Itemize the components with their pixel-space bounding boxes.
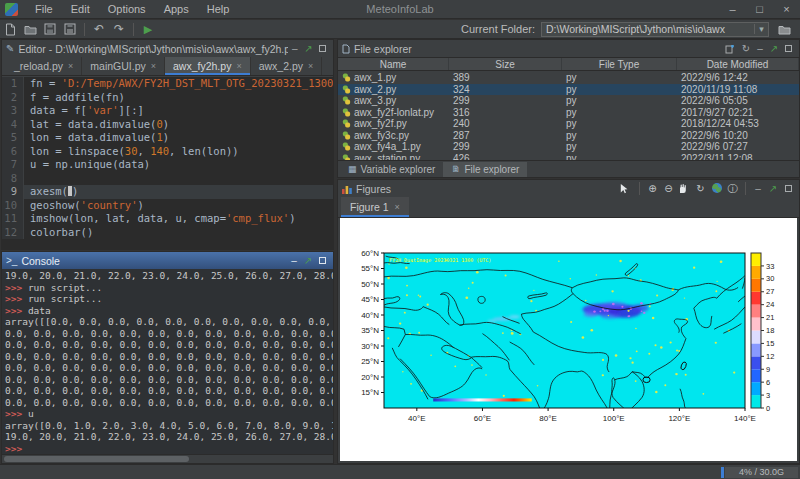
- new-file-button[interactable]: [0, 21, 20, 38]
- figure-canvas[interactable]: FY2H DustImage 20230321 1300 (UTC) 40°E6…: [340, 218, 797, 461]
- close-tab-icon[interactable]: ×: [236, 61, 241, 71]
- save-button[interactable]: [40, 21, 60, 38]
- open-file-button[interactable]: [20, 21, 40, 38]
- console-float-icon[interactable]: ↗: [301, 252, 315, 269]
- file-explorer-minimize-icon[interactable]: –: [753, 40, 767, 57]
- column-header-date-modified[interactable]: Date Modified: [677, 58, 799, 70]
- svg-text:21: 21: [766, 313, 774, 322]
- menu-item-file[interactable]: File: [26, 0, 62, 19]
- menu-item-help[interactable]: Help: [198, 0, 239, 19]
- column-header-file-type[interactable]: File Type: [562, 58, 677, 70]
- maximize-window-icon[interactable]: □: [746, 0, 773, 19]
- console-title-bar: >_ Console – ↗: [2, 252, 333, 269]
- memory-usage-text: 4% / 30.0G: [725, 467, 798, 478]
- editor-minimize-icon[interactable]: –: [288, 40, 302, 57]
- svg-text:55°N: 55°N: [361, 264, 379, 273]
- menu-item-apps[interactable]: Apps: [155, 0, 198, 19]
- run-script-button[interactable]: ▶: [138, 21, 158, 38]
- memory-usage-bar: [721, 467, 724, 478]
- code-line[interactable]: 3data = f['var'][:]: [2, 104, 333, 118]
- file-row-awx_fy3c.py[interactable]: awx_fy3c.py287py2022/9/6 10:20: [338, 130, 799, 142]
- code-line[interactable]: 9axesm(): [2, 185, 333, 199]
- editor-float-icon[interactable]: ↗: [302, 40, 316, 57]
- editor-tab-awx_2-py[interactable]: awx_2.py×: [251, 57, 323, 75]
- close-figure-icon[interactable]: ×: [395, 202, 400, 212]
- file-row-awx_2.py[interactable]: awx_2.py324py2020/11/19 11:08: [338, 84, 799, 96]
- close-tab-icon[interactable]: ×: [151, 61, 156, 71]
- code-line[interactable]: 1fn = 'D:/Temp/AWX/FY2H_DST_MLT_OTG_2023…: [2, 77, 333, 91]
- console-line: >>> data: [5, 305, 330, 317]
- console-line: 19.0, 20.0, 21.0, 22.0, 23.0, 24.0, 25.0…: [5, 431, 330, 443]
- colorbar: 03691215182124273033: [751, 253, 774, 413]
- editor-tab-_reload-py[interactable]: _reload.py×: [6, 57, 82, 75]
- rotate-button[interactable]: ↻: [693, 181, 708, 197]
- close-tab-icon[interactable]: ×: [308, 61, 313, 71]
- file-row-awx_fy4a_1.py[interactable]: awx_fy4a_1.py299py2022/9/6 07:27: [338, 141, 799, 153]
- menu-item-edit[interactable]: Edit: [62, 0, 99, 19]
- figures-float-icon[interactable]: ↗: [766, 180, 780, 197]
- editor-maximize-icon[interactable]: [319, 45, 326, 52]
- code-line[interactable]: 12colorbar(): [2, 226, 333, 240]
- code-line[interactable]: 8: [2, 172, 333, 186]
- identify-button[interactable]: ⓘ: [725, 181, 740, 197]
- close-tab-icon[interactable]: ×: [68, 61, 73, 71]
- file-row-awx_station.py[interactable]: awx_station.py426py2022/3/11 12:08: [338, 153, 799, 161]
- browse-folder-button[interactable]: [774, 21, 794, 38]
- refresh-button[interactable]: ↻: [739, 40, 753, 57]
- code-line[interactable]: 6lon = linspace(30, 140, len(lon)): [2, 145, 333, 159]
- file-row-awx_fy2f-lonlat.py[interactable]: awx_fy2f-lonlat.py316py2017/9/27 02:21: [338, 107, 799, 119]
- select-cursor-button[interactable]: [619, 183, 634, 194]
- main-toolbar: ↶ ↷ ▶ Current Folder: D:\Working\MIScrip…: [0, 20, 800, 39]
- pan-button[interactable]: [677, 183, 692, 194]
- scrollbar-thumb[interactable]: [4, 456, 189, 462]
- zoom-out-button[interactable]: ⊖: [661, 181, 676, 197]
- file-row-awx_1.py[interactable]: awx_1.py389py2022/9/6 12:42: [338, 72, 799, 84]
- column-header-name[interactable]: Name: [338, 58, 449, 70]
- console-output[interactable]: 19.0, 20.0, 21.0, 22.0, 23.0, 24.0, 25.0…: [2, 269, 333, 454]
- undo-button[interactable]: ↶: [89, 21, 109, 38]
- figures-maximize-icon[interactable]: [785, 185, 792, 192]
- globe-projection-button[interactable]: [709, 180, 724, 198]
- svg-text:60°N: 60°N: [361, 249, 379, 258]
- svg-text:15°N: 15°N: [361, 388, 379, 397]
- current-folder-combobox[interactable]: D:\Working\MIScript\Jython\mis\io\awx ▾: [541, 22, 769, 37]
- file-row-awx_3.py[interactable]: awx_3.py299py2022/9/6 05:05: [338, 95, 799, 107]
- map-background: [384, 253, 745, 408]
- code-line[interactable]: 11imshow(lon, lat, data, u, cmap='cmp_fl…: [2, 212, 333, 226]
- console-horizontal-scrollbar[interactable]: [2, 454, 333, 463]
- zoom-in-button[interactable]: ⊕: [645, 181, 660, 197]
- bottom-tab-variable-explorer[interactable]: ▦Variable explorer: [340, 162, 443, 177]
- app-logo-icon: [5, 3, 18, 16]
- new-folder-button[interactable]: [725, 44, 739, 54]
- column-header-size[interactable]: Size: [449, 58, 562, 70]
- new-item-icon: [725, 44, 735, 54]
- svg-text:3: 3: [766, 391, 770, 400]
- svg-text:40°N: 40°N: [361, 311, 379, 320]
- menu-item-options[interactable]: Options: [99, 0, 155, 19]
- code-line[interactable]: 7u = np.unique(data): [2, 158, 333, 172]
- console-line: >>> u: [5, 408, 330, 420]
- code-editor[interactable]: 1fn = 'D:/Temp/AWX/FY2H_DST_MLT_OTG_2023…: [2, 77, 333, 249]
- close-window-icon[interactable]: ×: [773, 0, 800, 19]
- code-line[interactable]: 4lat = data.dimvalue(0): [2, 118, 333, 132]
- code-line[interactable]: 5lon = data.dimvalue(1): [2, 131, 333, 145]
- editor-tab-mainGUI-py[interactable]: mainGUI.py×: [82, 57, 165, 75]
- console-maximize-icon[interactable]: [319, 257, 326, 264]
- console-line: >>> run script...: [5, 293, 330, 305]
- file-row-awx_fy2f.py[interactable]: awx_fy2f.py240py2018/12/24 04:53: [338, 118, 799, 130]
- code-line[interactable]: 10geoshow('country'): [2, 199, 333, 213]
- file-explorer-float-icon[interactable]: ↗: [767, 40, 781, 57]
- minimize-window-icon[interactable]: –: [719, 0, 746, 19]
- bottom-tab-file-explorer[interactable]: 🗎File explorer: [443, 162, 527, 177]
- editor-tab-awx_fy2h-py[interactable]: awx_fy2h.py×: [165, 57, 251, 75]
- code-line[interactable]: 2f = addfile(fn): [2, 91, 333, 105]
- console-line: 0.0, 0.0, 0.0, 0.0, 0.0, 0.0, 0.0, 0.0, …: [5, 328, 330, 340]
- redo-button[interactable]: ↷: [109, 21, 129, 38]
- save-as-button[interactable]: [60, 21, 80, 38]
- file-table-header[interactable]: NameSizeFile TypeDate Modified: [338, 57, 799, 71]
- chevron-down-icon[interactable]: ▾: [754, 24, 768, 34]
- console-minimize-icon[interactable]: –: [287, 252, 301, 269]
- figure-tab[interactable]: Figure 1 ×: [341, 197, 409, 217]
- figures-minimize-icon[interactable]: –: [751, 180, 765, 197]
- file-explorer-maximize-icon[interactable]: [785, 45, 792, 52]
